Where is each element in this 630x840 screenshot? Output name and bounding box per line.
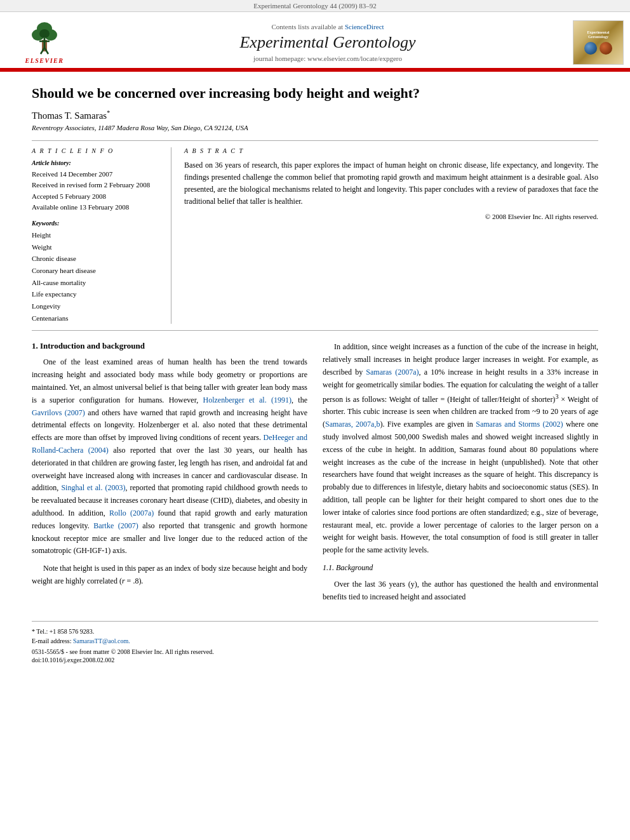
- svg-point-5: [39, 29, 50, 38]
- keyword-chd: Coronary heart disease: [32, 265, 162, 277]
- journal-cover-image: ExperimentalGerontology: [573, 20, 624, 65]
- keyword-weight: Weight: [32, 241, 162, 253]
- journal-cover-area: ExperimentalGerontology: [566, 17, 630, 68]
- body-text-col1: One of the least examined areas of human…: [32, 356, 307, 587]
- journal-header-center: Contents lists available at ScienceDirec…: [89, 17, 566, 68]
- subsection-1-1: 1.1. Background: [323, 562, 598, 575]
- cover-circle-blue: [584, 42, 597, 55]
- affiliation: Reventropy Associates, 11487 Madera Rosa…: [32, 124, 598, 131]
- footer-license: 0531-5565/$ - see front matter © 2008 El…: [32, 648, 598, 655]
- keyword-life-expectancy: Life expectancy: [32, 288, 162, 300]
- elsevier-brand-text: ELSEVIER: [25, 57, 64, 64]
- abstract-label: A B S T R A C T: [184, 147, 598, 154]
- keywords-label: Keywords:: [32, 220, 162, 227]
- keyword-longevity: Longevity: [32, 300, 162, 312]
- cover-circle-red: [600, 42, 612, 55]
- singhal-link[interactable]: Singhal et al. (2003): [61, 483, 125, 492]
- footer-doi: doi:10.1016/j.exger.2008.02.002: [32, 657, 598, 663]
- bartke-link[interactable]: Bartke (2007): [93, 521, 138, 530]
- page-footer: * Tel.: +1 858 576 9283. E-mail address:…: [32, 621, 598, 663]
- revised-date: Received in revised form 2 February 2008: [32, 180, 162, 191]
- article-info-column: A R T I C L E I N F O Article history: R…: [32, 147, 171, 324]
- sciencedirect-line: Contents lists available at ScienceDirec…: [271, 23, 384, 30]
- body-column-left: 1. Introduction and background One of th…: [32, 341, 307, 608]
- journal-title: Experimental Gerontology: [239, 33, 415, 52]
- journal-homepage: journal homepage: www.elsevier.com/locat…: [253, 55, 402, 62]
- body-column-right: In addition, since weight increases as a…: [323, 341, 598, 608]
- abstract-text: Based on 36 years of research, this pape…: [184, 159, 598, 208]
- gavrilovs-link[interactable]: Gavrilovs (2007): [32, 408, 85, 417]
- email-link[interactable]: SamarasTT@aol.com.: [73, 637, 130, 644]
- tel-label: * Tel.:: [32, 628, 48, 635]
- elsevier-logo-area: ELSEVIER: [0, 17, 89, 68]
- footer-email: E-mail address: SamarasTT@aol.com.: [32, 637, 598, 644]
- keyword-chronic: Chronic disease: [32, 253, 162, 265]
- keyword-mortality: All-cause mortality: [32, 277, 162, 289]
- paper-title: Should we be concerned over increasing b…: [32, 84, 598, 103]
- deheeger-link[interactable]: DeHeeger and Rolland-Cachera (2004): [32, 433, 307, 455]
- copyright-text: © 2008 Elsevier Inc. All rights reserved…: [184, 213, 598, 220]
- samaras2007ab-link[interactable]: Samaras, 2007a,b: [325, 420, 380, 429]
- received-date: Received 14 December 2007: [32, 169, 162, 180]
- samaras2007a-link[interactable]: Samaras (2007a): [366, 368, 419, 377]
- available-date: Available online 13 February 2008: [32, 202, 162, 213]
- keyword-centenarians: Centenarians: [32, 312, 162, 324]
- abstract-column: A B S T R A C T Based on 36 years of res…: [184, 147, 598, 324]
- body-text-col2: In addition, since weight increases as a…: [323, 341, 598, 603]
- accepted-date: Accepted 5 February 2008: [32, 191, 162, 203]
- citation-text: Experimental Gerontology 44 (2009) 83–92: [253, 2, 377, 10]
- sciencedirect-link[interactable]: ScienceDirect: [345, 23, 384, 30]
- rollo-link[interactable]: Rollo (2007a): [109, 509, 154, 517]
- section1-heading: 1. Introduction and background: [32, 341, 307, 351]
- footer-contact: * Tel.: +1 858 576 9283.: [32, 628, 598, 635]
- author-name: Thomas T. Samaras*: [32, 109, 598, 121]
- keyword-height: Height: [32, 229, 162, 241]
- author-sup: *: [107, 109, 110, 116]
- holzenberger-link[interactable]: Holzenberger et al. (1991): [203, 396, 292, 404]
- tel-number: +1 858 576 9283.: [50, 628, 95, 635]
- samaras-storms-link[interactable]: Samaras and Storms (2002): [476, 420, 563, 429]
- history-label: Article history:: [32, 159, 162, 166]
- article-info-label: A R T I C L E I N F O: [32, 147, 162, 154]
- elsevier-tree-icon: [25, 21, 64, 56]
- email-label: E-mail address:: [32, 637, 71, 644]
